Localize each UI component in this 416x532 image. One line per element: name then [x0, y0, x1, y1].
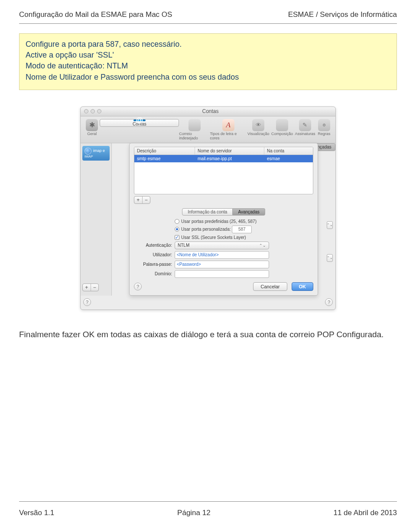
divider	[19, 23, 397, 24]
smtp-sheet: Descrição Nome do servidor Na conta smtp…	[129, 143, 318, 296]
smtp-server-list: Descrição Nome do servidor Na conta smtp…	[134, 147, 313, 194]
tab-advanced[interactable]: Avançadas	[233, 208, 265, 216]
domain-input[interactable]	[175, 270, 269, 278]
password-input[interactable]: <Password>	[175, 261, 269, 268]
add-account-button[interactable]: +	[83, 284, 91, 291]
note-line: Modo de autenticação: NTLM	[26, 61, 390, 71]
background-select-stub[interactable]: ⌃⌄	[327, 254, 333, 262]
checkbox-ssl[interactable]	[175, 235, 179, 240]
radio-custom-port[interactable]	[175, 227, 179, 232]
tab-accounts[interactable]: Contas	[100, 119, 179, 127]
column-header-description[interactable]: Descrição	[134, 147, 195, 155]
mac-window: Contas Geral Contas Correio indesejado T…	[80, 106, 336, 310]
note-line: Active a opção usar 'SSL'	[26, 50, 390, 61]
sidebar-plus-minus: + −	[82, 284, 99, 291]
eye-icon	[252, 119, 264, 131]
label-auth: Autenticação:	[134, 243, 175, 248]
sidebar-item-account[interactable]: imap e IMAP	[82, 146, 110, 161]
table-row[interactable]: smtp esmae mail.esmae-ipp.pt esmae	[134, 155, 313, 162]
footer-version: Versão 1.1	[19, 509, 54, 517]
label-default-ports: Usar portas predefinidas (25, 465, 587)	[181, 219, 257, 224]
globe-icon	[84, 148, 91, 155]
closing-paragraph: Finalmente fazer OK em todas as caixas d…	[19, 330, 397, 339]
font-icon	[222, 119, 234, 131]
preferences-toolbar: Geral Contas Correio indesejado Tipos de…	[81, 116, 335, 143]
compose-icon	[276, 119, 288, 131]
ok-button[interactable]: OK	[292, 282, 314, 291]
cancel-button[interactable]: Cancelar	[253, 282, 287, 291]
instruction-note: Configure a porta para 587, caso necessá…	[19, 33, 397, 90]
cell-account: esmae	[264, 155, 313, 162]
at-icon	[133, 119, 146, 121]
tab-compose[interactable]: Composição	[270, 119, 294, 140]
username-input[interactable]: <Nome de Utilizador>	[175, 251, 269, 259]
tab-fonts[interactable]: Tipos de letra e cores	[210, 119, 247, 140]
cell-description: smtp esmae	[134, 155, 195, 162]
signature-icon	[299, 119, 311, 131]
add-server-button[interactable]: +	[134, 197, 143, 203]
column-header-account[interactable]: Na conta	[264, 147, 313, 155]
port-input[interactable]: 587	[232, 226, 252, 233]
tab-account-info[interactable]: Informação da conta	[182, 208, 233, 216]
auth-select[interactable]: NTLM⌃⌄	[175, 242, 269, 249]
window-title: Contas	[85, 108, 335, 114]
gear-icon	[86, 119, 98, 131]
cell-server: mail.esmae-ipp.pt	[195, 155, 264, 162]
tab-signatures[interactable]: Assinaturas	[294, 119, 316, 140]
titlebar: Contas	[81, 107, 335, 116]
footer-divider	[19, 501, 397, 502]
tab-view[interactable]: Visualização	[247, 119, 270, 140]
remove-account-button[interactable]: −	[91, 284, 99, 291]
radio-default-ports[interactable]	[175, 219, 179, 224]
header-right: ESMAE / Serviços de Informática	[288, 10, 397, 19]
help-button[interactable]: ?	[325, 298, 333, 306]
accounts-sidebar: imap e IMAP + −	[81, 143, 112, 296]
label-user: Utilizador:	[134, 252, 175, 257]
footer-page: Página 12	[177, 509, 211, 517]
tab-rules[interactable]: Regras	[316, 119, 332, 140]
sheet-tabs: Informação da conta Avançadas	[134, 208, 313, 216]
column-header-server[interactable]: Nome do servidor	[195, 147, 264, 155]
chevron-updown-icon: ⌃⌄	[259, 243, 266, 248]
server-plus-minus: + −	[134, 196, 150, 204]
label-custom-port: Usar porta personalizada:	[181, 227, 231, 232]
header-left: Configuração do Mail da ESMAE para Mac O…	[19, 10, 172, 19]
note-line: Configure a porta para 587, caso necessá…	[26, 39, 390, 50]
label-ssl: Usar SSL (Secure Sockets Layer)	[181, 235, 246, 240]
junk-icon	[188, 119, 201, 131]
rules-icon	[318, 119, 330, 131]
tab-junk[interactable]: Correio indesejado	[179, 119, 210, 140]
help-button[interactable]: ?	[83, 298, 91, 306]
label-password: Palavra-passe:	[134, 262, 175, 267]
label-domain: Domínio:	[134, 271, 175, 276]
tab-general[interactable]: Geral	[84, 119, 100, 140]
help-button[interactable]: ?	[134, 283, 142, 290]
background-select-stub[interactable]: ⌃⌄	[327, 221, 333, 229]
footer-date: 11 de Abril de 2013	[333, 509, 397, 517]
remove-server-button[interactable]: −	[143, 197, 150, 203]
note-line: Nome de Utilizador e Password preencha c…	[26, 72, 390, 83]
